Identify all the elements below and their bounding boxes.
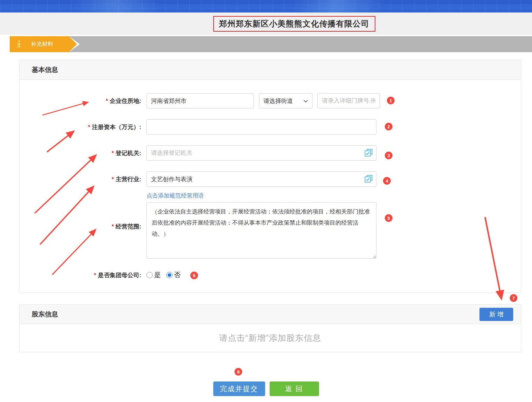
shareholder-empty-hint: 请点击“新增”添加股东信息: [19, 324, 521, 352]
registry-picker-icon[interactable]: [364, 149, 373, 157]
capital-input[interactable]: [146, 119, 376, 135]
address-row: *企业住所地: 请选择街道: [19, 93, 521, 108]
address-detail-input[interactable]: [317, 93, 380, 108]
step-tabbar: 补充材料: [10, 36, 532, 52]
basic-info-title: 基本信息: [32, 65, 58, 74]
required-asterisk: *: [112, 176, 114, 182]
tab-label: 补充材料: [31, 41, 53, 48]
required-asterisk: *: [94, 272, 96, 278]
capital-label: *注册资本（万元）:: [19, 123, 146, 131]
tab-arrow-icon: [69, 36, 77, 52]
chevron-down-icon: [303, 97, 308, 104]
basic-info-form: *企业住所地: 请选择街道 *注册资本（万元）:: [19, 80, 521, 280]
annotation-badge-7: 7: [510, 294, 517, 302]
address-label: *企业住所地:: [19, 97, 146, 105]
capital-row: *注册资本（万元）:: [19, 119, 521, 135]
registry-input[interactable]: [146, 145, 376, 161]
industry-label: *主营行业:: [19, 175, 146, 183]
scope-label: *经营范围:: [19, 202, 146, 231]
scope-textarea[interactable]: （企业依法自主选择经营项目，开展经营活动；依法须经批准的项目，经相关部门批准后依…: [146, 202, 376, 259]
industry-row: *主营行业:: [19, 171, 521, 187]
required-asterisk: *: [112, 224, 114, 230]
group-parent-label: *是否集团母公司:: [19, 271, 146, 279]
radio-no-icon[interactable]: [166, 272, 173, 278]
submit-button[interactable]: 完成并提交: [213, 381, 265, 396]
add-shareholder-button[interactable]: 新 增: [479, 308, 513, 321]
street-select[interactable]: 请选择街道: [259, 93, 312, 108]
scope-row: *经营范围: （企业依法自主选择经营项目，开展经营活动；依法须经批准的项目，经相…: [19, 202, 521, 259]
scope-link-row: 点击添加规范经营用语: [146, 192, 521, 200]
walking-person-icon: [15, 40, 23, 48]
radio-option-yes[interactable]: 是: [146, 271, 161, 280]
address-region-input[interactable]: [146, 93, 254, 108]
tab-supplementary-materials[interactable]: 补充材料: [10, 36, 69, 52]
basic-info-header: 基本信息: [19, 60, 521, 80]
basic-info-panel: 基本信息 *企业住所地: 请选择街道 *注册资本（万元）:: [19, 60, 521, 293]
page-header: 郑州郑东新区小美熊熊文化传播有限公司: [0, 13, 532, 35]
company-title: 郑州郑东新区小美熊熊文化传播有限公司: [213, 16, 375, 32]
shareholder-title: 股东信息: [32, 310, 58, 319]
industry-picker-icon[interactable]: [364, 175, 373, 183]
required-asterisk: *: [112, 150, 114, 156]
radio-yes-icon[interactable]: [146, 272, 153, 278]
required-asterisk: *: [88, 124, 90, 130]
annotation-badge-8: 8: [235, 368, 242, 376]
radio-option-no[interactable]: 否: [166, 271, 181, 280]
shareholder-header: 股东信息 新 增: [19, 305, 521, 324]
shareholder-panel: 股东信息 新 增 请点击“新增”添加股东信息: [19, 304, 521, 352]
registry-row: *登记机关:: [19, 145, 521, 161]
group-parent-row: *是否集团母公司: 是 否: [19, 271, 521, 280]
street-select-value: 请选择街道: [263, 97, 293, 105]
back-button[interactable]: 返 回: [270, 381, 319, 396]
add-standard-terms-link[interactable]: 点击添加规范经营用语: [146, 192, 204, 199]
action-bar: 完成并提交 返 回: [0, 381, 532, 396]
registry-label: *登记机关:: [19, 149, 146, 157]
top-blue-banner: [0, 0, 532, 13]
industry-input[interactable]: [146, 171, 376, 187]
required-asterisk: *: [106, 98, 108, 104]
page: 郑州郑东新区小美熊熊文化传播有限公司 补充材料 基本信息: [0, 0, 532, 402]
